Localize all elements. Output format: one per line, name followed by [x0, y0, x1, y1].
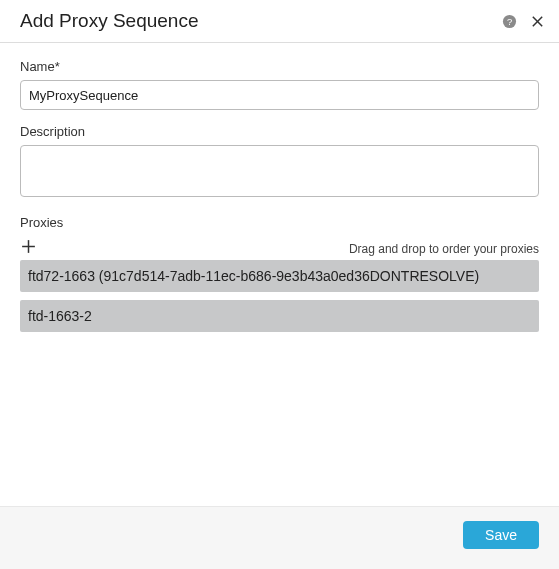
proxies-section: Proxies Drag and drop to order your prox… — [20, 215, 539, 332]
proxies-label: Proxies — [20, 215, 539, 230]
description-input[interactable] — [20, 145, 539, 197]
description-label: Description — [20, 124, 539, 139]
dialog-footer: Save — [0, 506, 559, 569]
name-input[interactable] — [20, 80, 539, 110]
proxy-list: ftd72-1663 (91c7d514-7adb-11ec-b686-9e3b… — [20, 260, 539, 332]
close-icon[interactable] — [529, 13, 545, 29]
header-actions: ? — [501, 13, 545, 29]
help-icon[interactable]: ? — [501, 13, 517, 29]
name-field: Name* — [20, 59, 539, 110]
dialog-title: Add Proxy Sequence — [20, 10, 501, 32]
description-field: Description — [20, 124, 539, 201]
proxy-item[interactable]: ftd72-1663 (91c7d514-7adb-11ec-b686-9e3b… — [20, 260, 539, 292]
drag-hint: Drag and drop to order your proxies — [349, 242, 539, 256]
dialog-body: Name* Description Proxies Drag and drop … — [0, 43, 559, 506]
name-label: Name* — [20, 59, 539, 74]
proxies-toolbar: Drag and drop to order your proxies — [20, 236, 539, 256]
save-button[interactable]: Save — [463, 521, 539, 549]
add-proxy-sequence-dialog: Add Proxy Sequence ? Name* Description — [0, 0, 559, 569]
add-proxy-button[interactable] — [18, 236, 38, 256]
proxy-item[interactable]: ftd-1663-2 — [20, 300, 539, 332]
svg-text:?: ? — [506, 17, 511, 27]
dialog-header: Add Proxy Sequence ? — [0, 0, 559, 43]
